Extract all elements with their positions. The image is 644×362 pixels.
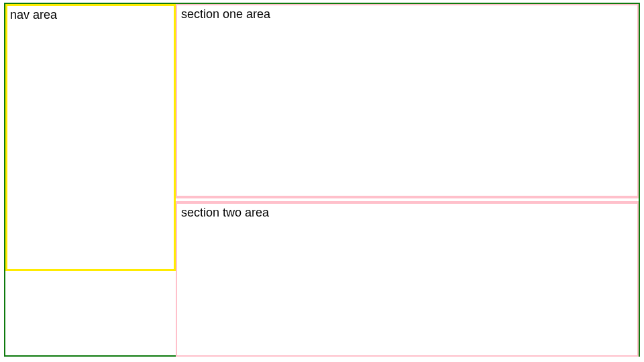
section-one-area: section one area: [176, 4, 639, 198]
section-two-label: section two area: [181, 206, 269, 219]
main-container: section one area section two area nav ar…: [4, 3, 640, 357]
nav-area: nav area: [5, 4, 176, 271]
section-one-label: section one area: [181, 7, 270, 21]
section-two-area: section two area: [176, 201, 639, 357]
nav-area-label: nav area: [10, 8, 57, 21]
